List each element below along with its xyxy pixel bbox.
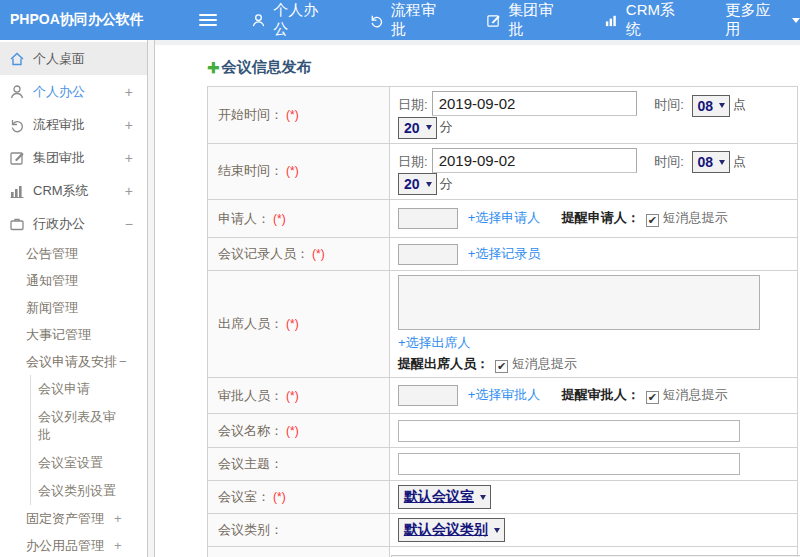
hamburger-menu-icon[interactable] bbox=[199, 11, 217, 29]
collapse-minus-icon[interactable]: − bbox=[119, 354, 127, 369]
select-applicant-link[interactable]: +选择申请人 bbox=[468, 210, 541, 225]
sidebar-meeting-subgroup: 会议申请 会议列表及审批 会议室设置 会议类别设置 bbox=[30, 375, 147, 505]
sidebar-item-notice-mgmt[interactable]: 通知管理 bbox=[0, 267, 147, 294]
nav-more-apps[interactable]: 更多应用 bbox=[725, 1, 800, 39]
top-navbar: PHPOA协同办公软件 个人办公 流程审批 集团审批 CRM系统 更多应用 bbox=[0, 0, 800, 40]
caret-down-icon bbox=[719, 160, 725, 168]
sidebar-item-meeting-list-approval[interactable]: 会议列表及审批 bbox=[31, 403, 123, 449]
form-row-meeting-category: 会议类别： 默认会议类别 bbox=[208, 514, 798, 547]
remind-attendees-label: 提醒出席人员： bbox=[398, 356, 489, 371]
nav-label: CRM系统 bbox=[626, 1, 690, 39]
sidebar-label: 新闻管理 bbox=[26, 299, 78, 317]
expand-plus-icon[interactable]: + bbox=[125, 150, 137, 166]
remind-approver-label: 提醒审批人： bbox=[562, 387, 640, 402]
approver-input[interactable] bbox=[398, 385, 458, 406]
app-logo[interactable]: PHPOA协同办公软件 bbox=[0, 11, 147, 29]
sms-checkbox[interactable]: ✔ bbox=[495, 360, 508, 373]
required-mark: (*) bbox=[286, 424, 299, 438]
field-label: 会议室：(*) bbox=[208, 481, 390, 514]
sidebar-item-events-mgmt[interactable]: 大事记管理 bbox=[0, 321, 147, 348]
main-content: ✚ 会议信息发布 开始时间：(*) 日期: 时间: 08点20分 结束时间：(*… bbox=[155, 40, 800, 557]
meeting-subject-input[interactable] bbox=[398, 453, 740, 475]
sidebar-label: 会议室设置 bbox=[38, 455, 103, 470]
field-label bbox=[208, 547, 390, 557]
sidebar-item-office-supplies[interactable]: 办公用品管理 + bbox=[0, 532, 147, 557]
sidebar-label: 会议申请及安排 bbox=[26, 353, 117, 371]
expand-plus-icon[interactable]: + bbox=[114, 538, 122, 553]
caret-down-icon bbox=[719, 103, 725, 111]
expand-plus-icon[interactable]: + bbox=[114, 511, 122, 526]
sidebar-item-news-mgmt[interactable]: 新闻管理 bbox=[0, 294, 147, 321]
field-label: 审批人员：(*) bbox=[208, 378, 390, 414]
edit-icon bbox=[9, 150, 25, 166]
form-row-recorder: 会议记录人员：(*) +选择记录员 bbox=[208, 238, 798, 271]
sidebar-item-workflow-approval[interactable]: 流程审批 + bbox=[0, 108, 147, 141]
sidebar-label: 办公用品管理 bbox=[26, 537, 104, 555]
required-mark: (*) bbox=[286, 389, 299, 403]
applicant-input[interactable] bbox=[398, 208, 458, 229]
sidebar-item-admin-office[interactable]: 行政办公 − bbox=[0, 207, 147, 240]
sidebar-label: 会议列表及审批 bbox=[38, 409, 116, 442]
start-minute-select[interactable]: 20 bbox=[398, 117, 437, 139]
sidebar-item-meeting-request[interactable]: 会议申请及安排 − bbox=[0, 348, 147, 375]
hour-unit: 点 bbox=[733, 97, 746, 112]
briefcase-icon bbox=[9, 216, 25, 232]
nav-crm-system[interactable]: CRM系统 bbox=[604, 1, 690, 39]
sidebar-scrollbar[interactable] bbox=[148, 40, 155, 557]
start-hour-select[interactable]: 08 bbox=[692, 95, 731, 117]
recorder-input[interactable] bbox=[398, 244, 458, 265]
sidebar-item-meeting-category-setting[interactable]: 会议类别设置 bbox=[31, 477, 123, 505]
form-row-meeting-name: 会议名称：(*) bbox=[208, 414, 798, 448]
sms-checkbox[interactable]: ✔ bbox=[646, 214, 659, 227]
field-label: 结束时间：(*) bbox=[208, 143, 390, 200]
required-mark: (*) bbox=[273, 490, 286, 504]
expand-plus-icon[interactable]: + bbox=[125, 84, 137, 100]
form-row-editor: HTML ↶ ↷ B I U A ABC X2 X2 bbox=[208, 547, 798, 557]
required-mark: (*) bbox=[273, 212, 286, 226]
nav-group-approval[interactable]: 集团审批 bbox=[486, 1, 568, 39]
meeting-category-select[interactable]: 默认会议类别 bbox=[398, 518, 505, 542]
sidebar-item-meeting-room-setting[interactable]: 会议室设置 bbox=[31, 449, 123, 477]
minute-unit: 分 bbox=[440, 176, 453, 191]
home-icon bbox=[9, 51, 25, 67]
sidebar-item-group-approval[interactable]: 集团审批 + bbox=[0, 141, 147, 174]
top-menu: 个人办公 流程审批 集团审批 CRM系统 更多应用 bbox=[251, 1, 800, 39]
date-label: 日期: bbox=[398, 154, 428, 169]
sms-label: 短消息提示 bbox=[663, 387, 728, 402]
form-row-start-time: 开始时间：(*) 日期: 时间: 08点20分 bbox=[208, 87, 798, 144]
field-label: 会议记录人员：(*) bbox=[208, 238, 390, 271]
sidebar-item-desktop[interactable]: 个人桌面 bbox=[0, 42, 147, 75]
required-mark: (*) bbox=[286, 164, 299, 178]
page-title: ✚ 会议信息发布 bbox=[207, 58, 800, 77]
sidebar-item-fixed-assets[interactable]: 固定资产管理 + bbox=[0, 505, 147, 532]
sms-label: 短消息提示 bbox=[512, 356, 577, 371]
nav-label: 更多应用 bbox=[725, 1, 785, 39]
expand-plus-icon[interactable]: + bbox=[125, 117, 137, 133]
flow-icon bbox=[369, 13, 384, 28]
nav-personal-office[interactable]: 个人办公 bbox=[251, 1, 333, 39]
select-attendees-link[interactable]: +选择出席人 bbox=[398, 335, 471, 350]
sidebar-label: 流程审批 bbox=[33, 116, 85, 134]
required-mark: (*) bbox=[286, 317, 299, 331]
required-mark: (*) bbox=[286, 108, 299, 122]
sidebar-item-announcement-mgmt[interactable]: 公告管理 bbox=[0, 240, 147, 267]
select-recorder-link[interactable]: +选择记录员 bbox=[468, 246, 541, 261]
end-date-input[interactable] bbox=[432, 148, 637, 173]
nav-workflow-approval[interactable]: 流程审批 bbox=[369, 1, 451, 39]
attendees-textarea[interactable] bbox=[398, 275, 760, 330]
sidebar-item-personal-office[interactable]: 个人办公 + bbox=[0, 75, 147, 108]
end-hour-select[interactable]: 08 bbox=[692, 151, 731, 173]
hour-unit: 点 bbox=[733, 154, 746, 169]
select-approver-link[interactable]: +选择审批人 bbox=[468, 387, 541, 402]
expand-plus-icon[interactable]: + bbox=[125, 183, 137, 199]
form-row-end-time: 结束时间：(*) 日期: 时间: 08点20分 bbox=[208, 143, 798, 200]
sidebar-label: 个人桌面 bbox=[33, 50, 85, 68]
meeting-name-input[interactable] bbox=[398, 420, 740, 442]
sidebar-item-crm[interactable]: CRM系统 + bbox=[0, 174, 147, 207]
meeting-room-select[interactable]: 默认会议室 bbox=[398, 485, 491, 509]
sidebar-item-meeting-apply[interactable]: 会议申请 bbox=[31, 375, 123, 403]
start-date-input[interactable] bbox=[432, 91, 637, 116]
end-minute-select[interactable]: 20 bbox=[398, 173, 437, 195]
collapse-minus-icon[interactable]: − bbox=[125, 216, 137, 232]
sms-checkbox[interactable]: ✔ bbox=[646, 391, 659, 404]
